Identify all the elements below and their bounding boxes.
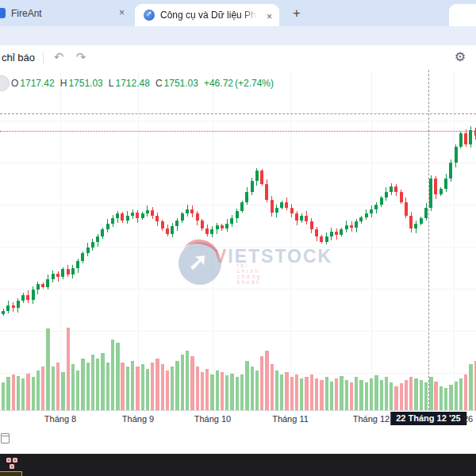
candle [400, 192, 403, 202]
candle [196, 213, 199, 221]
volume-bar [71, 364, 75, 410]
candle [455, 147, 458, 163]
candle [116, 213, 119, 218]
volume-bar [300, 378, 303, 410]
new-tab-button[interactable]: + [289, 6, 305, 21]
volume-bar [186, 351, 189, 410]
tab-partial[interactable] [449, 4, 476, 26]
app-grid-icon[interactable] [6, 458, 19, 470]
undo-icon[interactable]: ↶ [49, 48, 68, 67]
x-axis-month-label: Tháng 11 [263, 414, 318, 424]
redo-icon[interactable]: ↷ [71, 48, 90, 67]
volume-bar [126, 367, 129, 410]
volume-bar [251, 367, 254, 410]
candle [46, 279, 49, 287]
tab-fireant[interactable]: FireAnt × [0, 0, 133, 26]
chart-area[interactable]: VIETSTOCK tài chính chứng khoán O1717.42… [0, 70, 476, 410]
volume-bar [146, 369, 149, 410]
volume-bar [409, 377, 413, 410]
candle [52, 274, 55, 279]
candle [161, 221, 164, 228]
volume-bar [355, 377, 358, 410]
candle [12, 305, 15, 308]
crosshair-horizontal [0, 113, 476, 114]
volume-bar [265, 351, 268, 410]
last-price-line [0, 131, 476, 132]
candle [275, 208, 278, 213]
candle [151, 210, 154, 216]
x-axis[interactable]: Tháng 12Tháng 11Tháng 10Tháng 9Tháng 8 2… [0, 410, 476, 427]
candle [414, 224, 417, 229]
candle [21, 295, 25, 301]
x-axis-month-label: Tháng 8 [33, 414, 88, 424]
candle [370, 209, 373, 214]
ohlc-legend[interactable]: O1717.42H1751.03L1712.48C1751.03+46.72(+… [11, 78, 275, 89]
volume-bar [414, 378, 417, 410]
panel-icon[interactable] [1, 433, 10, 443]
volume-bar [151, 363, 154, 410]
settings-gear-icon[interactable]: ⚙ [451, 48, 470, 67]
volume-bar [434, 382, 437, 410]
indicators-button[interactable]: chỉ báo [2, 52, 35, 63]
bottom-strip [0, 426, 476, 454]
volume-bar [335, 378, 338, 410]
candle [17, 301, 20, 308]
chart-toolbar: chỉ báo ↶ ↷ ⚙ [0, 45, 476, 71]
candle [240, 202, 244, 211]
volume-bar [166, 370, 169, 410]
open-label: O [11, 78, 18, 89]
candle [350, 225, 353, 228]
volume-bar [271, 364, 274, 410]
crosshair-vertical [428, 70, 429, 410]
candle [146, 210, 149, 213]
tab-vietstock-active[interactable]: Công cụ và Dữ liệu Phân tích kỹ [135, 4, 279, 26]
candle [251, 181, 254, 191]
candle [374, 205, 378, 209]
volume-bar [201, 372, 204, 410]
candle [464, 133, 467, 144]
volume-bar [340, 376, 343, 410]
candle [359, 217, 363, 222]
volume-bar [111, 340, 114, 410]
close-label: C [155, 78, 163, 89]
change-percent: (+2.74%) [235, 78, 274, 89]
candle [181, 213, 184, 221]
volume-bar [365, 382, 368, 410]
volume-bar [285, 372, 288, 410]
volume-bar [424, 382, 428, 410]
candle [434, 178, 437, 194]
fireant-favicon-icon [0, 8, 6, 18]
high-label: H [60, 78, 67, 89]
candle [91, 242, 94, 248]
x-axis-month-label: Tháng 9 [110, 414, 166, 424]
address-bar[interactable] [0, 26, 476, 46]
taskbar-active-item[interactable] [0, 471, 22, 476]
close-tab-icon[interactable]: × [116, 7, 128, 19]
candle [444, 178, 447, 189]
vietstock-favicon-icon [144, 10, 155, 21]
volume-bar [46, 328, 49, 410]
volume-bar [444, 388, 447, 410]
volume-bar [116, 343, 119, 410]
candle [36, 284, 40, 290]
volume-bar [121, 363, 124, 410]
volume-bar [370, 378, 373, 410]
volume-bar [101, 353, 104, 410]
volume-bar [320, 380, 323, 410]
candle [171, 226, 174, 234]
screen: FireAnt × Công cụ và Dữ liệu Phân tích k… [0, 0, 476, 476]
volume-bar [380, 380, 383, 410]
low-label: L [109, 78, 114, 89]
candle [166, 228, 169, 234]
volume-bar [52, 367, 55, 410]
candle [141, 213, 144, 218]
candle [271, 200, 274, 213]
close-tab-icon[interactable]: × [263, 11, 275, 23]
candle [126, 216, 129, 221]
candle [469, 130, 472, 144]
volume-bar [36, 370, 40, 410]
candle [330, 232, 333, 237]
volume-bar [26, 374, 29, 410]
volume-bar [449, 385, 452, 410]
volume-bar [464, 374, 467, 410]
